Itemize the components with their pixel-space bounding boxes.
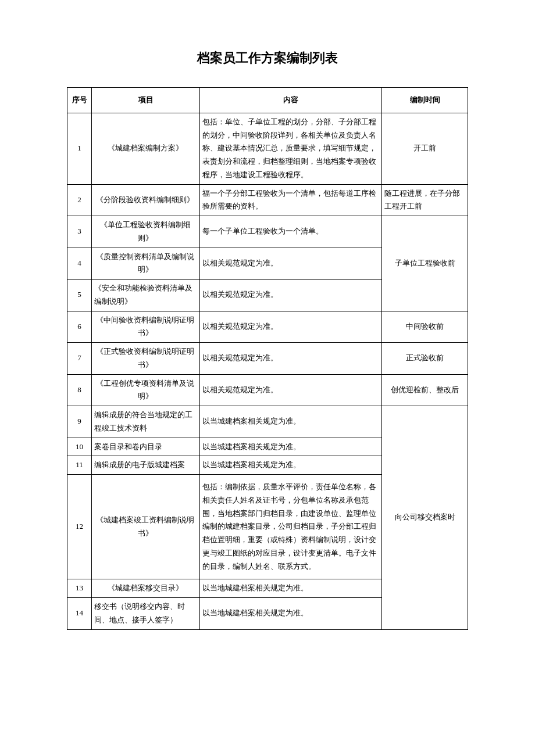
cell-content: 以相关规范规定为准。 (200, 280, 382, 311)
cell-content: 以当城建档案相关规定为准。 (200, 438, 382, 456)
work-plan-table: 序号 项目 内容 编制时间 1 《城建档案编制方案》 包括：单位、子单位工程的划… (67, 87, 468, 630)
cell-seq: 7 (67, 343, 92, 375)
cell-item: 案卷目录和卷内目录 (92, 438, 200, 456)
cell-seq: 9 (67, 406, 92, 438)
cell-item: 编辑成册的电子版城建档案 (92, 456, 200, 475)
cell-time: 开工前 (382, 113, 468, 184)
cell-content: 包括：单位、子单位工程的划分，分部、子分部工程的划分，中间验收阶段详列，各相关单… (200, 113, 382, 184)
cell-item: 《工程创优专项资料清单及说明》 (92, 374, 200, 406)
table-row: 6 《中间验收资料编制说明证明书》 以相关规范规定为准。 中间验收前 (67, 311, 468, 343)
cell-content: 以相关规范规定为准。 (200, 311, 382, 343)
cell-content: 每一个子单位工程验收为一个清单。 (200, 216, 382, 248)
table-row: 9 编辑成册的符合当地规定的工程竣工技术资料 以当城建档案相关规定为准。 向公司… (67, 406, 468, 438)
header-time: 编制时间 (382, 88, 468, 113)
cell-seq: 12 (67, 475, 92, 579)
cell-item: 《中间验收资料编制说明证明书》 (92, 311, 200, 343)
cell-time: 创优迎检前、整改后 (382, 374, 468, 406)
header-content: 内容 (200, 88, 382, 113)
cell-seq: 5 (67, 280, 92, 311)
cell-content: 以相关规范规定为准。 (200, 248, 382, 280)
table-row: 3 《单位工程验收资料编制细则》 每一个子单位工程验收为一个清单。 子单位工程验… (67, 216, 468, 248)
cell-seq: 3 (67, 216, 92, 248)
cell-item: 移交书（说明移交内容、时间、地点、接手人签字） (92, 598, 200, 630)
cell-seq: 13 (67, 579, 92, 598)
cell-content: 以当地城建档案相关规定为准。 (200, 579, 382, 598)
cell-content: 以相关规范规定为准。 (200, 343, 382, 375)
cell-content: 包括：编制依据，质量水平评价，责任单位名称，各相关责任人姓名及证书号，分包单位名… (200, 475, 382, 579)
header-item: 项目 (92, 88, 200, 113)
cell-item: 《安全和功能检验资料清单及编制说明》 (92, 280, 200, 311)
cell-time-merged: 子单位工程验收前 (382, 216, 468, 311)
cell-content: 以当城建档案相关规定为准。 (200, 456, 382, 475)
table-row: 8 《工程创优专项资料清单及说明》 以相关规范规定为准。 创优迎检前、整改后 (67, 374, 468, 406)
header-seq: 序号 (67, 88, 92, 113)
cell-item: 编辑成册的符合当地规定的工程竣工技术资料 (92, 406, 200, 438)
cell-content: 福一个子分部工程验收为一个清单，包括每道工序检验所需要的资料。 (200, 184, 382, 216)
cell-content: 以当城建档案相关规定为准。 (200, 406, 382, 438)
page-title: 档案员工作方案编制列表 (67, 49, 468, 67)
cell-seq: 11 (67, 456, 92, 475)
cell-seq: 6 (67, 311, 92, 343)
cell-item: 《正式验收资料编制说明证明书》 (92, 343, 200, 375)
cell-time: 正式验收前 (382, 343, 468, 375)
cell-seq: 2 (67, 184, 92, 216)
cell-seq: 8 (67, 374, 92, 406)
cell-item: 《质量控制资料清单及编制说明》 (92, 248, 200, 280)
cell-item: 《分阶段验收资料编制细则》 (92, 184, 200, 216)
cell-content: 以相关规范规定为准。 (200, 374, 382, 406)
cell-item: 《单位工程验收资料编制细则》 (92, 216, 200, 248)
cell-time: 中间验收前 (382, 311, 468, 343)
cell-time: 随工程进展，在子分部工程开工前 (382, 184, 468, 216)
cell-seq: 4 (67, 248, 92, 280)
cell-content: 以当地城建档案相关规定为准。 (200, 598, 382, 630)
table-row: 2 《分阶段验收资料编制细则》 福一个子分部工程验收为一个清单，包括每道工序检验… (67, 184, 468, 216)
cell-item: 《城建档案移交目录》 (92, 579, 200, 598)
cell-time-merged: 向公司移交档案时 (382, 406, 468, 630)
table-row: 1 《城建档案编制方案》 包括：单位、子单位工程的划分，分部、子分部工程的划分，… (67, 113, 468, 184)
cell-item: 《城建档案竣工资料编制说明书》 (92, 475, 200, 579)
cell-seq: 14 (67, 598, 92, 630)
table-row: 7 《正式验收资料编制说明证明书》 以相关规范规定为准。 正式验收前 (67, 343, 468, 375)
cell-seq: 1 (67, 113, 92, 184)
cell-item: 《城建档案编制方案》 (92, 113, 200, 184)
cell-seq: 10 (67, 438, 92, 456)
table-header-row: 序号 项目 内容 编制时间 (67, 88, 468, 113)
